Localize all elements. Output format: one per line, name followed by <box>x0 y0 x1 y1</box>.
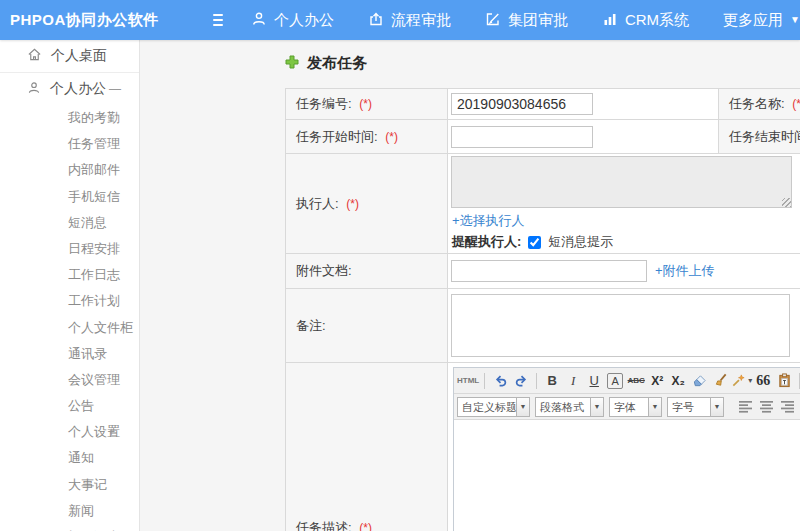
menu-icon[interactable] <box>213 11 223 29</box>
attachment-input[interactable] <box>451 260 647 282</box>
form-row-task-number: 任务编号: (*) 任务名称: (*) <box>286 89 800 120</box>
caret-down-icon: ▼ <box>711 397 724 417</box>
executor-label-cell: 执行人: (*) <box>286 154 448 254</box>
font-size-value: 字号 <box>667 397 711 417</box>
form-row-executor: 执行人: (*) +选择执行人 提醒执行人: 短消息提示 <box>286 154 800 254</box>
caret-down-icon: ▼ <box>649 397 662 417</box>
sidebar-item-contacts[interactable]: 通讯录 <box>0 341 139 367</box>
page-title-text: 发布任务 <box>307 54 367 73</box>
form-row-attachment: 附件文档: +附件上传 <box>286 254 800 289</box>
user-icon <box>27 81 41 98</box>
sidebar-item-meeting-management[interactable]: 会议管理 <box>0 367 139 393</box>
expand-icon[interactable]: + <box>107 419 115 445</box>
sidebar-item-news[interactable]: 新闻 <box>0 498 139 524</box>
paragraph-format-value: 段落格式 <box>535 397 591 417</box>
caret-down-icon: ▼ <box>790 15 800 25</box>
remark-label: 备注: <box>296 318 326 333</box>
page-title: 发布任务 <box>285 54 367 73</box>
magic-wand-icon[interactable]: ▾ <box>731 371 752 391</box>
html-source-button[interactable]: HTML <box>457 371 479 391</box>
required-mark: (*) <box>792 97 800 111</box>
sidebar-item-work-plan[interactable]: 工作计划 <box>0 288 139 314</box>
sidebar-item-short-message[interactable]: 短消息 <box>0 210 139 236</box>
nav-label: 流程审批 <box>391 11 451 30</box>
sidebar-item-personal-office[interactable]: 个人办公 — <box>0 73 139 105</box>
main-content: 发布任务 任务编号: (*) 任务名称: (*) <box>140 40 800 531</box>
toolbar-divider <box>484 373 485 389</box>
align-center-icon[interactable] <box>758 398 776 416</box>
superscript-button[interactable]: X² <box>647 371 667 391</box>
sidebar-item-announcement[interactable]: 公告 <box>0 393 139 419</box>
sidebar-item-mobile-sms[interactable]: 手机短信 <box>0 184 139 210</box>
collapse-icon[interactable]: — <box>109 82 121 96</box>
editor-content[interactable] <box>454 420 800 531</box>
sidebar-item-my-attendance[interactable]: 我的考勤 <box>0 105 139 131</box>
add-icon <box>285 55 299 72</box>
nav-flow-approval[interactable]: 流程审批 <box>368 11 451 30</box>
sidebar-item-personal-desktop[interactable]: 个人桌面 <box>0 40 139 72</box>
sidebar-item-schedule[interactable]: 日程安排 <box>0 236 139 262</box>
nav-personal-office[interactable]: 个人办公 <box>251 11 334 30</box>
alignment-buttons <box>737 398 800 416</box>
task-name-label-cell: 任务名称: (*) <box>719 89 800 120</box>
sidebar-item-memorabilia[interactable]: 大事记 <box>0 472 139 498</box>
toolbar-divider <box>536 373 537 389</box>
paragraph-format-select[interactable]: 段落格式 ▼ <box>535 397 604 417</box>
font-style-button[interactable]: A <box>607 373 623 389</box>
sidebar-item-label: 个人办公 <box>50 80 106 98</box>
remark-textarea[interactable] <box>451 294 790 357</box>
format-brush-icon[interactable] <box>710 371 730 391</box>
crm-chart-icon <box>602 11 618 30</box>
remark-label-cell: 备注: <box>286 289 448 363</box>
align-right-icon[interactable] <box>779 398 797 416</box>
nav-label: 个人办公 <box>274 11 334 30</box>
font-size-select[interactable]: 字号 ▼ <box>667 397 724 417</box>
nav-more-apps[interactable]: 更多应用 ▼ <box>723 11 800 30</box>
publish-task-form: 任务编号: (*) 任务名称: (*) 任务开始时间: (*) <box>285 88 800 531</box>
sidebar-item-personal-files[interactable]: 个人文件柜 <box>0 315 139 341</box>
end-time-label-cell: 任务结束时间: (*) <box>719 120 800 154</box>
paste-icon[interactable] <box>774 371 794 391</box>
sidebar-item-work-log[interactable]: 工作日志 <box>0 262 139 288</box>
choose-executor-link[interactable]: +选择执行人 <box>452 213 525 228</box>
undo-icon[interactable] <box>490 371 510 391</box>
top-navigation: 个人办公 流程审批 集团审批 CRM系统 更多 <box>251 11 800 30</box>
sidebar-item-label: 个人桌面 <box>51 47 107 65</box>
eraser-icon[interactable] <box>689 371 709 391</box>
end-time-label: 任务结束时间: <box>729 129 800 144</box>
task-number-label: 任务编号: <box>296 96 352 111</box>
font-family-select[interactable]: 字体 ▼ <box>609 397 662 417</box>
strikethrough-button[interactable]: ABC <box>626 371 646 391</box>
description-label: 任务描述: <box>296 520 352 531</box>
italic-button[interactable]: I <box>563 371 583 391</box>
required-mark: (*) <box>385 130 398 144</box>
executor-textarea[interactable] <box>451 156 792 208</box>
nav-group-approval[interactable]: 集团审批 <box>485 11 568 30</box>
underline-button[interactable]: U <box>584 371 604 391</box>
start-time-label-cell: 任务开始时间: (*) <box>286 120 448 154</box>
sidebar-item-notice[interactable]: 通知 <box>0 445 139 471</box>
required-mark: (*) <box>359 97 372 111</box>
subscript-button[interactable]: X₂ <box>668 371 688 391</box>
start-time-input[interactable] <box>451 126 593 148</box>
nav-crm[interactable]: CRM系统 <box>602 11 689 30</box>
sidebar-item-vote[interactable]: 投票调查 <box>0 524 139 531</box>
sms-remind-checkbox[interactable] <box>528 236 541 249</box>
app-logo: PHPOA协同办公软件 <box>10 11 159 30</box>
font-family-value: 字体 <box>609 397 649 417</box>
task-number-input[interactable] <box>451 93 593 115</box>
sidebar-item-personal-settings[interactable]: 个人设置 + <box>0 419 139 445</box>
nav-label: 集团审批 <box>508 11 568 30</box>
start-time-label: 任务开始时间: <box>296 129 378 144</box>
align-left-icon[interactable] <box>737 398 755 416</box>
sidebar-item-internal-mail[interactable]: 内部邮件 <box>0 157 139 183</box>
bold-button[interactable]: B <box>542 371 562 391</box>
sidebar-item-task-management[interactable]: 任务管理 <box>0 131 139 157</box>
blockquote-button[interactable]: 66 <box>753 371 773 391</box>
nav-label: 更多应用 <box>723 11 783 30</box>
task-number-label-cell: 任务编号: (*) <box>286 89 448 120</box>
redo-icon[interactable] <box>511 371 531 391</box>
custom-title-select[interactable]: 自定义标题 ▼ <box>457 397 530 417</box>
attachment-upload-link[interactable]: +附件上传 <box>655 262 715 280</box>
form-row-task-time: 任务开始时间: (*) 任务结束时间: (*) <box>286 120 800 154</box>
